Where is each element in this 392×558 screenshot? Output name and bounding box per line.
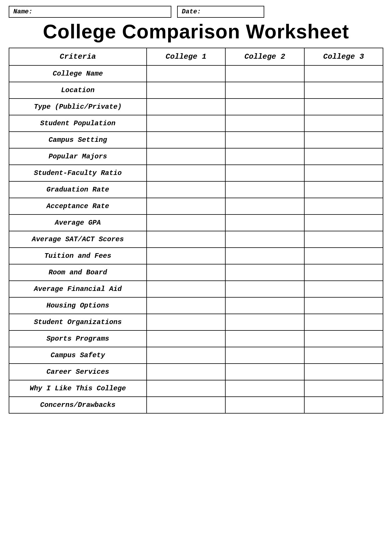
- college3-cell[interactable]: [304, 330, 383, 347]
- table-row: Graduation Rate: [9, 181, 383, 198]
- college3-cell[interactable]: [304, 181, 383, 198]
- college1-cell[interactable]: [147, 248, 225, 264]
- college1-cell[interactable]: [147, 364, 225, 380]
- college2-cell[interactable]: [225, 165, 304, 181]
- college2-cell[interactable]: [225, 115, 304, 132]
- col-header-college1: College 1: [147, 48, 225, 65]
- college1-cell[interactable]: [147, 330, 225, 347]
- college3-cell[interactable]: [304, 314, 383, 330]
- college2-cell[interactable]: [225, 397, 304, 413]
- college2-cell[interactable]: [225, 297, 304, 314]
- college2-cell[interactable]: [225, 181, 304, 198]
- col-header-criteria: Criteria: [9, 48, 147, 65]
- college1-cell[interactable]: [147, 397, 225, 413]
- college1-cell[interactable]: [147, 148, 225, 165]
- college2-cell[interactable]: [225, 99, 304, 115]
- college1-cell[interactable]: [147, 380, 225, 397]
- college1-cell[interactable]: [147, 198, 225, 214]
- college3-cell[interactable]: [304, 397, 383, 413]
- page-title: College Comparison Worksheet: [9, 21, 383, 42]
- college2-cell[interactable]: [225, 65, 304, 82]
- college2-cell[interactable]: [225, 314, 304, 330]
- table-row: Sports Programs: [9, 330, 383, 347]
- name-label: Name:: [13, 8, 33, 15]
- college2-cell[interactable]: [225, 82, 304, 99]
- table-row: Campus Setting: [9, 132, 383, 148]
- college3-cell[interactable]: [304, 281, 383, 297]
- criteria-cell: Tuition and Fees: [9, 248, 147, 264]
- table-row: Why I Like This College: [9, 380, 383, 397]
- criteria-cell: Campus Safety: [9, 347, 147, 364]
- table-row: Average GPA: [9, 214, 383, 231]
- college3-cell[interactable]: [304, 132, 383, 148]
- criteria-cell: Student Organizations: [9, 314, 147, 330]
- college3-cell[interactable]: [304, 115, 383, 132]
- college1-cell[interactable]: [147, 99, 225, 115]
- college1-cell[interactable]: [147, 314, 225, 330]
- college2-cell[interactable]: [225, 148, 304, 165]
- college2-cell[interactable]: [225, 132, 304, 148]
- college1-cell[interactable]: [147, 214, 225, 231]
- college1-cell[interactable]: [147, 264, 225, 281]
- college1-cell[interactable]: [147, 65, 225, 82]
- college1-cell[interactable]: [147, 82, 225, 99]
- college3-cell[interactable]: [304, 231, 383, 248]
- college3-cell[interactable]: [304, 65, 383, 82]
- table-row: Concerns/Drawbacks: [9, 397, 383, 413]
- table-row: Student Population: [9, 115, 383, 132]
- name-field[interactable]: Name:: [9, 6, 171, 18]
- table-row: Housing Options: [9, 297, 383, 314]
- table-row: Location: [9, 82, 383, 99]
- criteria-cell: Popular Majors: [9, 148, 147, 165]
- college3-cell[interactable]: [304, 380, 383, 397]
- criteria-cell: Acceptance Rate: [9, 198, 147, 214]
- table-row: Student-Faculty Ratio: [9, 165, 383, 181]
- college1-cell[interactable]: [147, 115, 225, 132]
- table-row: College Name: [9, 65, 383, 82]
- college2-cell[interactable]: [225, 380, 304, 397]
- college3-cell[interactable]: [304, 198, 383, 214]
- college3-cell[interactable]: [304, 264, 383, 281]
- college1-cell[interactable]: [147, 281, 225, 297]
- table-row: Room and Board: [9, 264, 383, 281]
- college1-cell[interactable]: [147, 165, 225, 181]
- college3-cell[interactable]: [304, 82, 383, 99]
- college3-cell[interactable]: [304, 148, 383, 165]
- date-label: Date:: [182, 8, 201, 15]
- criteria-cell: Career Services: [9, 364, 147, 380]
- table-row: Popular Majors: [9, 148, 383, 165]
- college1-cell[interactable]: [147, 231, 225, 248]
- table-row: Tuition and Fees: [9, 248, 383, 264]
- col-header-college3: College 3: [304, 48, 383, 65]
- criteria-cell: Average GPA: [9, 214, 147, 231]
- college3-cell[interactable]: [304, 364, 383, 380]
- college3-cell[interactable]: [304, 297, 383, 314]
- college2-cell[interactable]: [225, 214, 304, 231]
- college3-cell[interactable]: [304, 347, 383, 364]
- criteria-cell: Student Population: [9, 115, 147, 132]
- college1-cell[interactable]: [147, 181, 225, 198]
- college2-cell[interactable]: [225, 281, 304, 297]
- table-row: Average SAT/ACT Scores: [9, 231, 383, 248]
- college2-cell[interactable]: [225, 231, 304, 248]
- college2-cell[interactable]: [225, 264, 304, 281]
- college2-cell[interactable]: [225, 364, 304, 380]
- table-row: Career Services: [9, 364, 383, 380]
- college2-cell[interactable]: [225, 198, 304, 214]
- criteria-cell: Room and Board: [9, 264, 147, 281]
- criteria-cell: Location: [9, 82, 147, 99]
- college1-cell[interactable]: [147, 132, 225, 148]
- college3-cell[interactable]: [304, 165, 383, 181]
- college3-cell[interactable]: [304, 214, 383, 231]
- table-row: Campus Safety: [9, 347, 383, 364]
- college2-cell[interactable]: [225, 347, 304, 364]
- criteria-cell: College Name: [9, 65, 147, 82]
- college3-cell[interactable]: [304, 248, 383, 264]
- college2-cell[interactable]: [225, 248, 304, 264]
- college3-cell[interactable]: [304, 99, 383, 115]
- college2-cell[interactable]: [225, 330, 304, 347]
- criteria-cell: Concerns/Drawbacks: [9, 397, 147, 413]
- date-field[interactable]: Date:: [177, 6, 264, 18]
- college1-cell[interactable]: [147, 347, 225, 364]
- college1-cell[interactable]: [147, 297, 225, 314]
